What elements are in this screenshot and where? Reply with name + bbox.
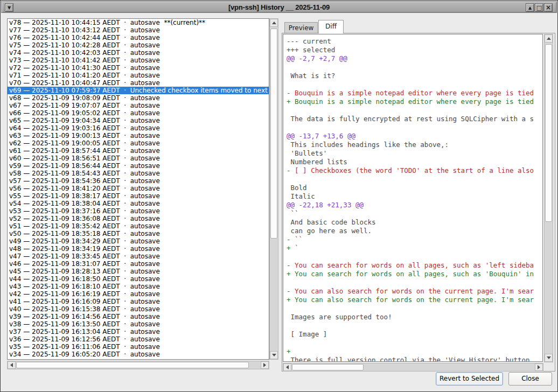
- version-list-vscrollbar[interactable]: [269, 18, 278, 360]
- diff-line: Bold: [287, 184, 542, 192]
- version-list-item[interactable]: v73 — 2025-11-10 10:41:42 AEDT · autosav…: [8, 57, 269, 64]
- version-list-item[interactable]: v47 — 2025-11-09 18:33:45 AEDT · autosav…: [8, 253, 269, 260]
- diff-line: + Bouquin is a simple notepad editor whe…: [287, 97, 542, 106]
- scroll-right-button[interactable]: [261, 361, 269, 369]
- version-list-hscrollbar[interactable]: [7, 361, 269, 369]
- diff-line: The data is fully encrypted at rest usin…: [287, 115, 542, 123]
- close-window-button[interactable]: ×: [544, 3, 553, 12]
- diff-line: @@ -2,7 +2,7 @@: [287, 54, 542, 63]
- titlebar[interactable]: ▼ [vpn-ssh] History __ 2025-11-09 ▲ □ ×: [1, 1, 557, 13]
- version-list-item[interactable]: v59 — 2025-11-09 18:56:44 AEDT · autosav…: [8, 162, 269, 170]
- diff-line: - You can search for words on all pages,…: [287, 261, 542, 270]
- version-list-item[interactable]: v75 — 2025-11-10 10:42:28 AEDT · autosav…: [8, 41, 269, 49]
- diff-line: --- current: [287, 37, 542, 46]
- scroll-left-icon: [286, 365, 289, 369]
- version-list-item[interactable]: v61 — 2025-11-09 18:57:44 AEDT · autosav…: [8, 147, 269, 155]
- version-listbox[interactable]: v78 — 2025-11-10 10:44:15 AEDT · autosav…: [7, 18, 269, 360]
- diff-line: +: [287, 347, 542, 356]
- version-list-item[interactable]: v51 — 2025-11-09 18:35:42 AEDT · autosav…: [8, 222, 269, 230]
- version-list-item[interactable]: v57 — 2025-11-09 18:54:36 AEDT · autosav…: [8, 177, 269, 185]
- diff-text[interactable]: --- current+++ selected@@ -2,7 +2,7 @@ W…: [283, 34, 543, 362]
- version-list-item[interactable]: v35 — 2025-11-09 16:11:06 AEDT · autosav…: [8, 343, 269, 351]
- maximize-button[interactable]: □: [535, 3, 543, 12]
- version-list-item[interactable]: v71 — 2025-11-10 10:41:20 AEDT · autosav…: [8, 72, 269, 79]
- version-list-item[interactable]: v69 — 2025-11-10 07:59:37 AEDT · Uncheck…: [8, 87, 269, 94]
- version-list-item[interactable]: v33 — 2025-11-09 16:05:01 AEDT · autosav…: [8, 358, 269, 360]
- version-list-item[interactable]: v43 — 2025-11-09 16:18:10 AEDT · autosav…: [8, 283, 269, 290]
- scroll-down-button[interactable]: [270, 351, 278, 359]
- version-list-item[interactable]: v64 — 2025-11-09 19:03:16 AEDT · autosav…: [8, 124, 269, 132]
- diff-line: [287, 80, 542, 89]
- diff-line: [287, 106, 542, 115]
- version-list-item[interactable]: v38 — 2025-11-09 16:13:50 AEDT · autosav…: [8, 320, 269, 328]
- version-list-item[interactable]: v74 — 2025-11-10 10:42:03 AEDT · autosav…: [8, 49, 269, 57]
- version-list-item[interactable]: v62 — 2025-11-09 19:00:05 AEDT · autosav…: [8, 139, 269, 147]
- version-list-item[interactable]: v54 — 2025-11-09 18:38:04 AEDT · autosav…: [8, 200, 269, 207]
- shade-button[interactable]: ▲: [526, 3, 534, 12]
- version-list-item[interactable]: v42 — 2025-11-09 16:16:19 AEDT · autosav…: [8, 290, 269, 298]
- tab-preview[interactable]: Preview: [284, 22, 318, 33]
- diff-line: - You can also search for words on the c…: [287, 287, 542, 296]
- diff-line: + You can search for words on all pages,…: [287, 270, 542, 278]
- version-list-item[interactable]: v48 — 2025-11-09 18:34:19 AEDT · autosav…: [8, 245, 269, 253]
- version-list-item[interactable]: v68 — 2025-11-09 19:08:09 AEDT · autosav…: [8, 94, 269, 102]
- scroll-left-button[interactable]: [283, 363, 291, 371]
- scroll-down-button[interactable]: [545, 354, 553, 362]
- hscroll-thumb[interactable]: [16, 362, 249, 368]
- hscroll-thumb[interactable]: [292, 364, 364, 370]
- version-list-item[interactable]: v52 — 2025-11-09 18:36:08 AEDT · autosav…: [8, 215, 269, 222]
- version-list-item[interactable]: v55 — 2025-11-09 18:38:17 AEDT · autosav…: [8, 192, 269, 200]
- version-list-item[interactable]: v78 — 2025-11-10 10:44:15 AEDT · autosav…: [8, 19, 269, 26]
- revert-to-selected-button[interactable]: Revert to Selected: [436, 372, 503, 386]
- version-list-item[interactable]: v76 — 2025-11-10 10:42:44 AEDT · autosav…: [8, 34, 269, 41]
- scroll-right-button[interactable]: [535, 363, 543, 371]
- version-list-item[interactable]: v36 — 2025-11-09 16:12:56 AEDT · autosav…: [8, 335, 269, 343]
- scroll-up-button[interactable]: [545, 34, 553, 43]
- version-list-item[interactable]: v60 — 2025-11-09 18:56:51 AEDT · autosav…: [8, 155, 269, 162]
- version-list-item[interactable]: v46 — 2025-11-09 18:31:07 AEDT · autosav…: [8, 260, 269, 268]
- scroll-down-icon: [547, 356, 551, 359]
- scroll-up-button[interactable]: [270, 19, 278, 27]
- diff-line: [287, 175, 542, 184]
- version-list-item[interactable]: v37 — 2025-11-09 16:13:04 AEDT · autosav…: [8, 328, 269, 335]
- scroll-down-icon: [272, 354, 276, 356]
- diff-vscrollbar[interactable]: [544, 34, 553, 362]
- version-list-item[interactable]: v39 — 2025-11-09 16:14:56 AEDT · autosav…: [8, 313, 269, 320]
- diff-line: And basic code blocks: [287, 218, 542, 227]
- diff-line: @@ -22,18 +21,33 @@: [287, 201, 542, 209]
- version-list-item[interactable]: v40 — 2025-11-09 16:15:38 AEDT · autosav…: [8, 305, 269, 313]
- version-list-item[interactable]: v63 — 2025-11-09 19:00:13 AEDT · autosav…: [8, 132, 269, 139]
- vscroll-thumb[interactable]: [270, 29, 277, 239]
- version-list-item[interactable]: v56 — 2025-11-09 18:41:20 AEDT · autosav…: [8, 185, 269, 192]
- version-list-item[interactable]: v70 — 2025-11-10 10:40:47 AEDT · autosav…: [8, 79, 269, 87]
- diff-line: [287, 253, 542, 261]
- close-icon: ×: [546, 4, 551, 11]
- notebook-pane: --- current+++ selected@@ -2,7 +2,7 @@ W…: [282, 33, 555, 372]
- scroll-up-icon: [272, 22, 276, 24]
- version-list-item[interactable]: v49 — 2025-11-09 18:34:29 AEDT · autosav…: [8, 237, 269, 245]
- version-list-item[interactable]: v66 — 2025-11-09 19:05:02 AEDT · autosav…: [8, 109, 269, 117]
- version-list-item[interactable]: v34 — 2025-11-09 16:05:20 AEDT · autosav…: [8, 351, 269, 358]
- vscroll-thumb[interactable]: [545, 44, 552, 222]
- version-list-item[interactable]: v45 — 2025-11-09 18:28:13 AEDT · autosav…: [8, 268, 269, 275]
- version-list-item[interactable]: v67 — 2025-11-09 19:07:07 AEDT · autosav…: [8, 102, 269, 109]
- scroll-right-icon: [263, 363, 266, 367]
- maximize-icon: □: [536, 4, 542, 11]
- diff-hscrollbar[interactable]: [283, 363, 543, 372]
- diff-line: - Bouquin is a simple notepad editor whe…: [287, 89, 542, 97]
- close-button[interactable]: Close: [508, 372, 552, 386]
- version-list-item[interactable]: v41 — 2025-11-09 16:16:09 AEDT · autosav…: [8, 298, 269, 305]
- version-list-item[interactable]: v58 — 2025-11-09 18:54:43 AEDT · autosav…: [8, 170, 269, 177]
- scroll-left-button[interactable]: [8, 361, 16, 369]
- version-list-item[interactable]: v65 — 2025-11-09 19:04:34 AEDT · autosav…: [8, 117, 269, 124]
- version-list-item[interactable]: v44 — 2025-11-09 16:18:50 AEDT · autosav…: [8, 275, 269, 283]
- diff-line: There is full version control via the 'V…: [287, 356, 542, 362]
- version-list-item[interactable]: v53 — 2025-11-09 18:37:16 AEDT · autosav…: [8, 207, 269, 215]
- diff-line: [287, 304, 542, 313]
- version-list-item[interactable]: v77 — 2025-11-10 10:43:12 AEDT · autosav…: [8, 26, 269, 34]
- tab-diff[interactable]: Diff: [318, 20, 344, 33]
- version-list-item[interactable]: v50 — 2025-11-09 18:35:18 AEDT · autosav…: [8, 230, 269, 237]
- diff-line: [287, 278, 542, 287]
- scroll-right-icon: [538, 365, 540, 369]
- version-list-item[interactable]: v72 — 2025-11-10 10:41:30 AEDT · autosav…: [8, 64, 269, 72]
